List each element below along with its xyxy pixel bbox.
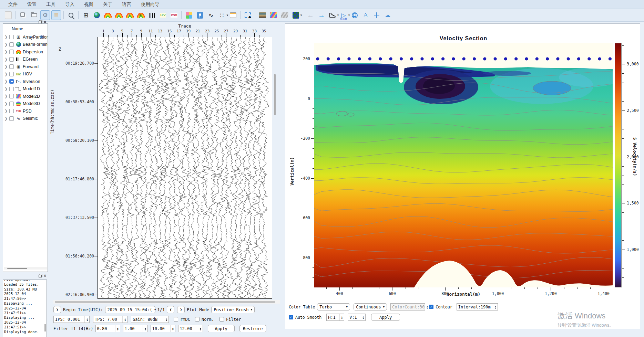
begin-time-combobox[interactable]: 2025-09-15 15:04:(▼ — [105, 306, 155, 313]
texture-section-icon[interactable] — [258, 10, 267, 20]
log-vscrollbar[interactable] — [44, 280, 46, 337]
expand-chevron-icon[interactable]: ❯ — [4, 94, 9, 98]
expand-chevron-icon[interactable]: ❯ — [4, 57, 9, 62]
expand-chevron-icon[interactable]: ❯ — [4, 72, 9, 76]
expand-chevron-icon[interactable]: ❯ — [4, 35, 9, 39]
seismic-hscrollbar[interactable] — [53, 300, 280, 304]
menu-item-0[interactable]: 文件 — [3, 0, 22, 9]
hv-icon[interactable]: H/V — [158, 10, 168, 20]
seismic-checkbox[interactable] — [9, 116, 14, 121]
filter-checkbox[interactable]: Filter — [219, 317, 241, 322]
seismic-wave-icon[interactable]: ∿ — [206, 10, 216, 20]
model2d-checkbox[interactable] — [9, 94, 14, 98]
layers-grey-icon[interactable] — [280, 10, 289, 20]
interval-spinbox[interactable]: Interval:190m▲▼ — [457, 303, 498, 310]
export-window-icon[interactable] — [18, 10, 28, 20]
model1d-checkbox[interactable] — [9, 87, 14, 91]
egreen-checkbox[interactable] — [9, 57, 14, 62]
menu-item-2[interactable]: 工具 — [41, 0, 60, 9]
model3d-checkbox[interactable] — [9, 102, 14, 106]
menu-item-1[interactable]: 设置 — [22, 0, 41, 9]
expand-chevron-icon[interactable]: ❯ — [4, 87, 9, 91]
expand-chevron-icon[interactable]: ❯ — [4, 102, 9, 106]
menu-item-4[interactable]: 视图 — [79, 0, 98, 9]
settings-wrench-icon[interactable]: ⚙ — [40, 10, 50, 20]
egreen-bars-icon[interactable] — [147, 10, 157, 20]
sidebar-item-dispersion[interactable]: ❯Dispersion — [3, 48, 48, 56]
person-icon[interactable]: ♙ — [361, 10, 370, 20]
plot-mode-combobox[interactable]: Positive Brush▼ — [211, 306, 255, 313]
expand-chevron-icon[interactable]: ❯ — [4, 64, 9, 69]
sidebar-item-arraypartition[interactable]: ❯⊞ArrayPartition — [3, 33, 48, 41]
sidebar-item-model2d[interactable]: ❯Model2D — [3, 93, 48, 100]
apply-button[interactable]: Apply — [208, 325, 235, 332]
close-log-icon[interactable]: × — [44, 274, 46, 278]
move-icon[interactable] — [372, 10, 381, 20]
select-rect-icon[interactable] — [243, 10, 253, 20]
sidebar-item-inversion[interactable]: ❯Inversion — [3, 78, 48, 85]
expand-chevron-icon[interactable]: ❯ — [4, 109, 9, 113]
new-file-icon[interactable] — [3, 10, 13, 20]
beamforming-globe-icon[interactable] — [92, 10, 102, 20]
ips-spinbox[interactable]: IPS: 0.001▲▼ — [53, 316, 90, 323]
next-page-button[interactable]: ❯ — [177, 306, 185, 313]
f4-spinbox[interactable]: 12.00▲▼ — [178, 325, 203, 332]
window-icon[interactable] — [228, 10, 238, 20]
menu-item-5[interactable]: 关于 — [98, 0, 117, 9]
f1-spinbox[interactable]: 0.80▲▼ — [95, 325, 120, 332]
layers-color-icon[interactable] — [269, 10, 278, 20]
arraypartition-checkbox[interactable] — [9, 35, 14, 39]
v-smooth-spinbox[interactable]: V:1▲▼ — [348, 314, 366, 321]
sidebar-item-seismic[interactable]: ❯∿Seismic — [3, 115, 48, 123]
inversion-checkbox[interactable] — [9, 79, 14, 84]
velocity-apply-button[interactable]: Apply — [371, 314, 400, 321]
checker-model-icon[interactable]: ▼ — [291, 10, 300, 20]
seismic-waveform-plot[interactable] — [98, 37, 272, 299]
dispersion-rainbow-icon[interactable] — [103, 10, 113, 20]
stop-circle-icon[interactable] — [350, 10, 359, 20]
curve-fit-icon[interactable]: ▼ — [328, 10, 337, 20]
run-kernel-icon[interactable]: ▷▼核函数 — [339, 10, 348, 20]
menu-item-6[interactable]: 语言 — [117, 0, 136, 9]
beamforming-checkbox[interactable] — [9, 42, 14, 47]
color-grid-icon[interactable] — [184, 10, 194, 20]
hov-checkbox[interactable] — [9, 72, 14, 76]
gain-spinbox[interactable]: Gain: 80dB▲▼ — [131, 316, 169, 323]
sidebar-item-model1d[interactable]: ❯Model1D — [3, 85, 48, 93]
menu-item-7[interactable]: 使用向导 — [136, 0, 164, 9]
float-log-icon[interactable] — [39, 275, 42, 277]
expand-chevron-icon[interactable]: ❯ — [4, 42, 9, 47]
prev-page-button[interactable]: ❮ — [167, 306, 174, 313]
back-arrow-icon[interactable]: ← — [306, 10, 315, 20]
rmdc-checkbox[interactable]: rmDC — [174, 317, 190, 322]
auto-smooth-checkbox[interactable]: ✓Auto Smooth — [289, 315, 321, 320]
menu-item-3[interactable]: 导入 — [60, 0, 79, 9]
rainbow-pick-icon[interactable]: ▲ — [114, 10, 124, 20]
file-info-icon[interactable]: ≣ — [51, 10, 61, 20]
dispersion-checkbox[interactable] — [9, 50, 14, 54]
sidebar-item-hov[interactable]: ❯H/VHOV — [3, 71, 48, 78]
sidebar-item-beamforming[interactable]: ❯BeamForming — [3, 41, 48, 49]
contour-checkbox[interactable]: ✓Contour — [429, 305, 452, 309]
sidebar-item-psd[interactable]: ❯PSDPSD — [3, 107, 48, 115]
search-wave-icon[interactable] — [66, 10, 76, 20]
expand-chevron-icon[interactable]: ❯ — [4, 116, 9, 121]
sidebar-item-forward[interactable]: ❯◉Forward — [3, 63, 48, 71]
expand-chevron-icon[interactable]: ❯ — [4, 50, 9, 54]
f2-spinbox[interactable]: 1.00▲▼ — [123, 325, 148, 332]
restore-button[interactable]: Restrore — [239, 325, 266, 332]
style-combobox[interactable]: Continuous▼ — [354, 303, 387, 310]
forward-checkbox[interactable] — [9, 64, 14, 69]
expand-chevron-icon[interactable]: ❯ — [4, 79, 9, 84]
psd-checkbox[interactable] — [9, 109, 14, 113]
cloud-icon[interactable]: ☁ — [383, 10, 392, 20]
sidebar-item-model3d[interactable]: ❯Model3D — [3, 100, 48, 108]
psd-icon[interactable]: PSD — [169, 10, 179, 20]
map-pin-icon[interactable] — [195, 10, 205, 20]
layout-grid-icon[interactable]: ∷▼ — [217, 10, 227, 20]
color-table-combobox[interactable]: Turbo▼ — [317, 303, 350, 310]
rainbow-wave-icon[interactable]: ılı — [136, 10, 146, 20]
norm-checkbox[interactable]: Norm. — [195, 317, 214, 322]
sidebar-item-egreen[interactable]: ❯EGreen — [3, 56, 48, 63]
array-grid-icon[interactable]: ⊞ — [81, 10, 91, 20]
